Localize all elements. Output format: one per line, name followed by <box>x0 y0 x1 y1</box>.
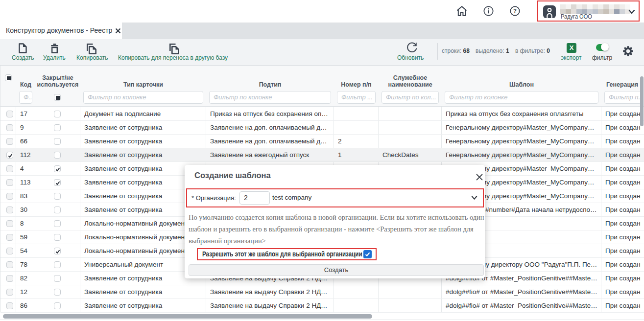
svg-text:?: ? <box>513 8 517 14</box>
